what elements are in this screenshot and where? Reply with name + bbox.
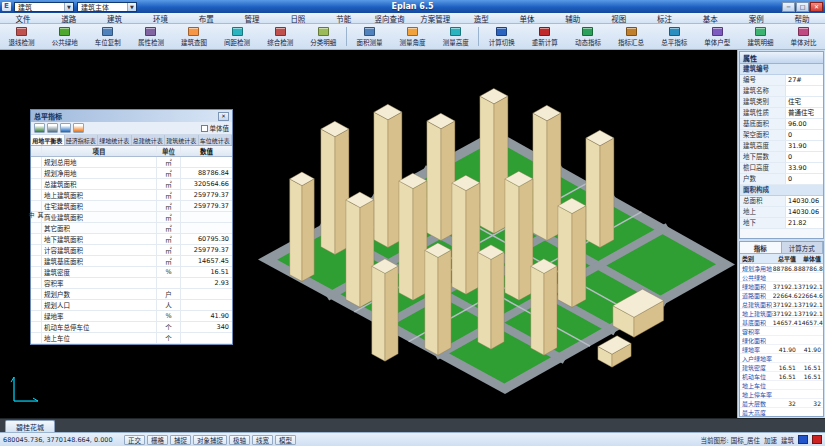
metrics-row[interactable]: 公共绿地	[740, 273, 823, 282]
menu-item-辅助[interactable]: 辅助	[550, 13, 596, 24]
property-row[interactable]: 檐口高度33.90	[740, 163, 823, 174]
table-row[interactable]: 地上建筑面积㎡259779.37	[31, 190, 232, 201]
menu-item-竖向查询[interactable]: 竖向查询	[367, 13, 413, 24]
status-toggle-正交[interactable]: 正交	[124, 435, 145, 445]
table-row[interactable]: 其中商业建筑面积㎡	[31, 212, 232, 223]
menu-item-日照[interactable]: 日照	[275, 13, 321, 24]
toolbar-button-测量角度[interactable]: 测量角度	[391, 25, 434, 48]
module-select[interactable]: 建筑 ▼	[14, 2, 74, 12]
tab-用地平衡表[interactable]: 用地平衡表	[31, 135, 65, 145]
table-row[interactable]: 其它面积㎡	[31, 223, 232, 234]
menu-item-基本[interactable]: 基本	[687, 13, 733, 24]
menu-item-布置[interactable]: 布置	[183, 13, 229, 24]
table-row[interactable]: 容积率2.93	[31, 278, 232, 289]
document-tab[interactable]: 碧桂花城	[5, 420, 55, 432]
toolbar-button-建筑明细[interactable]: 建筑明细	[739, 25, 782, 48]
menu-item-案例[interactable]: 案例	[733, 13, 779, 24]
property-row[interactable]: 基底面积96.00	[740, 119, 823, 130]
tab-绿地统计表[interactable]: 绿地统计表	[98, 135, 132, 145]
minimize-button[interactable]: ─	[782, 2, 795, 12]
status-toggle-极轴[interactable]: 极轴	[229, 435, 250, 445]
table-row[interactable]: 计容建筑面积㎡259779.37	[31, 245, 232, 256]
table-row[interactable]: 规划户数户	[31, 289, 232, 300]
menu-item-管理[interactable]: 管理	[229, 13, 275, 24]
tab-建筑统计表[interactable]: 建筑统计表	[165, 135, 199, 145]
metrics-row[interactable]: 基底面积14657.4514657.45	[740, 318, 823, 327]
property-row[interactable]: 建筑性质普通住宅	[740, 108, 823, 119]
status-toggle-线宽[interactable]: 线宽	[252, 435, 273, 445]
toolbar-button-建筑查图[interactable]: 建筑查图	[172, 25, 215, 48]
metrics-row[interactable]: 绿地率41.9041.90	[740, 345, 823, 354]
property-row[interactable]: 总面积14030.06	[740, 196, 823, 207]
toolbar-button-总平指标[interactable]: 总平指标	[653, 25, 696, 48]
table-row[interactable]: 住宅建筑面积㎡259779.37	[31, 201, 232, 212]
menu-item-帮助[interactable]: 帮助	[779, 13, 825, 24]
tab-经济指标表[interactable]: 经济指标表	[65, 135, 99, 145]
export-excel-icon[interactable]	[34, 123, 45, 133]
single-value-checkbox[interactable]: 单体值	[201, 123, 230, 133]
table-row[interactable]: 规划净用地㎡88786.84	[31, 168, 232, 179]
property-row[interactable]: 户数0	[740, 174, 823, 185]
metrics-tab-计算方式[interactable]: 计算方式	[782, 242, 824, 253]
table-row[interactable]: 地上车位个	[31, 333, 232, 344]
toolbar-button-单体对比[interactable]: 单体对比	[782, 25, 825, 48]
toolbar-button-综合检测[interactable]: 综合检测	[259, 25, 302, 48]
metrics-row[interactable]: 规划净用地88786.8488786.84	[740, 264, 823, 273]
table-row[interactable]: 建筑基底面积㎡14657.45	[31, 256, 232, 267]
toolbar-button-重新计算[interactable]: 重新计算	[523, 25, 566, 48]
metrics-row[interactable]: 机动车位16.5116.51	[740, 372, 823, 381]
menu-item-造型[interactable]: 造型	[458, 13, 504, 24]
tab-车位统计表[interactable]: 车位统计表	[199, 135, 233, 145]
close-icon[interactable]: ✕	[218, 112, 229, 121]
property-row[interactable]: 架空面积0	[740, 130, 823, 141]
property-row[interactable]: 地下21.82	[740, 218, 823, 229]
metrics-row[interactable]: 最大高度	[740, 408, 823, 416]
tab-总建统计表[interactable]: 总建统计表	[132, 135, 166, 145]
toolbar-button-公共绿地[interactable]: 公共绿地	[43, 25, 86, 48]
table-row[interactable]: 地下建筑面积㎡60795.30	[31, 234, 232, 245]
metrics-row[interactable]: 容积率	[740, 327, 823, 336]
menu-item-道路[interactable]: 道路	[46, 13, 92, 24]
property-row[interactable]: 地上14030.06	[740, 207, 823, 218]
menu-item-方案管理[interactable]: 方案管理	[412, 13, 458, 24]
refresh-icon[interactable]	[73, 123, 84, 133]
toolbar-button-车位复制[interactable]: 车位复制	[86, 25, 129, 48]
panel-title-bar[interactable]: 总平指标 ✕	[31, 110, 232, 122]
toolbar-button-单体户型[interactable]: 单体户型	[696, 25, 739, 48]
close-button[interactable]: ✕	[810, 2, 823, 12]
menu-item-文件[interactable]: 文件	[0, 13, 46, 24]
viewport-3d[interactable]: 总平指标 ✕ 单体值 用地平衡表经济指标表绿地统计表总建统计表建筑统计表车位统计…	[0, 50, 737, 418]
status-toggle-捕捉[interactable]: 捕捉	[170, 435, 191, 445]
table-row[interactable]: 规划人口人	[31, 300, 232, 311]
toolbar-button-测量高度[interactable]: 测量高度	[434, 25, 477, 48]
metrics-row[interactable]: 地上停车率	[740, 390, 823, 399]
print-icon[interactable]	[47, 123, 58, 133]
metrics-row[interactable]: 绿化面积	[740, 336, 823, 345]
toolbar-button-动态指标[interactable]: 动态指标	[566, 25, 609, 48]
toolbar-button-退线检测[interactable]: 退线检测	[0, 25, 43, 48]
menu-item-标注[interactable]: 标注	[642, 13, 688, 24]
metrics-row[interactable]: 最大层数3232	[740, 399, 823, 408]
layer-select[interactable]: 建筑主体 ▼	[77, 2, 137, 12]
menu-item-视图[interactable]: 视图	[596, 13, 642, 24]
menu-item-节能[interactable]: 节能	[321, 13, 367, 24]
maximize-button[interactable]: □	[796, 2, 809, 12]
menu-item-环境[interactable]: 环境	[137, 13, 183, 24]
property-row[interactable]: 编号27#	[740, 75, 823, 86]
property-row[interactable]: 建筑类别住宅	[740, 97, 823, 108]
toolbar-button-分类明细[interactable]: 分类明细	[302, 25, 345, 48]
preview-icon[interactable]	[60, 123, 71, 133]
toolbar-button-属性检测[interactable]: 属性检测	[129, 25, 172, 48]
status-toggle-模型[interactable]: 模型	[275, 435, 296, 445]
metrics-row[interactable]: 入户绿地率	[740, 354, 823, 363]
property-row[interactable]: 地下层数0	[740, 152, 823, 163]
toolbar-button-间距检测[interactable]: 间距检测	[216, 25, 259, 48]
metrics-tab-指标[interactable]: 指标	[740, 242, 782, 253]
property-row[interactable]: 建筑高度31.90	[740, 141, 823, 152]
toolbar-button-指标汇总[interactable]: 指标汇总	[610, 25, 653, 48]
table-row[interactable]: 规划总用地㎡	[31, 157, 232, 168]
metrics-row[interactable]: 总建筑面积37192.1837192.18	[740, 300, 823, 309]
metrics-row[interactable]: 绿地面积37192.1837192.18	[740, 282, 823, 291]
menu-item-建筑[interactable]: 建筑	[92, 13, 138, 24]
table-row[interactable]: 建筑密度%16.51	[31, 267, 232, 278]
